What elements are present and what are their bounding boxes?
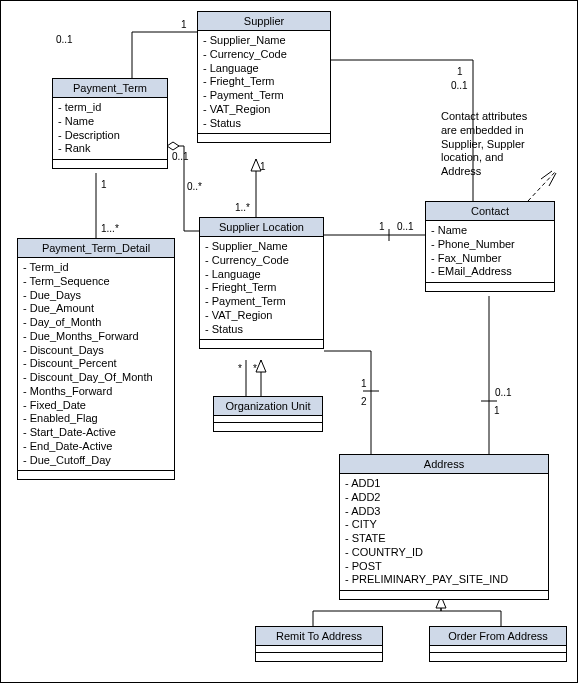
mult: 1 <box>457 66 463 77</box>
attr: - End_Date-Active <box>23 440 169 454</box>
attr: - Start_Date-Active <box>23 426 169 440</box>
mult: 1 <box>379 221 385 232</box>
attr: - Day_of_Month <box>23 316 169 330</box>
class-remit-to: Remit To Address <box>255 626 383 662</box>
class-attrs: - Supplier_Name - Currency_Code - Langua… <box>198 31 330 134</box>
attr: - Supplier_Name <box>203 34 325 48</box>
mult: 2 <box>361 396 367 407</box>
class-title: Address <box>340 455 548 474</box>
attr: - COUNTRY_ID <box>345 546 543 560</box>
attr: - ADD2 <box>345 491 543 505</box>
attr: - Rank <box>58 142 162 156</box>
attr: - PRELIMINARY_PAY_SITE_IND <box>345 573 543 587</box>
class-ops <box>53 160 167 168</box>
class-title: Payment_Term_Detail <box>18 239 174 258</box>
attr: - Status <box>205 323 318 337</box>
attr: - Payment_Term <box>205 295 318 309</box>
attr: - EMail_Address <box>431 265 549 279</box>
attr: - ADD1 <box>345 477 543 491</box>
mult: 1...* <box>101 223 119 234</box>
mult: 1 <box>361 378 367 389</box>
attr: - VAT_Region <box>203 103 325 117</box>
class-contact: Contact - Name - Phone_Number - Fax_Numb… <box>425 201 555 292</box>
class-ops <box>214 423 322 431</box>
class-payment-term: Payment_Term - term_id - Name - Descript… <box>52 78 168 169</box>
attr: - VAT_Region <box>205 309 318 323</box>
class-supplier-location: Supplier Location - Supplier_Name - Curr… <box>199 217 324 349</box>
class-title: Organization Unit <box>214 397 322 416</box>
mult: 0..1 <box>56 34 73 45</box>
class-ops <box>256 653 382 661</box>
attr: - Due_Cutoff_Day <box>23 454 169 468</box>
class-ops <box>198 134 330 142</box>
mult: 1 <box>260 161 266 172</box>
class-attrs: - term_id - Name - Description - Rank <box>53 98 167 160</box>
class-order-from: Order From Address <box>429 626 567 662</box>
attr: - Months_Forward <box>23 385 169 399</box>
mult: 0..1 <box>495 387 512 398</box>
attr: - Language <box>205 268 318 282</box>
class-attrs <box>214 416 322 423</box>
class-ops <box>18 471 174 479</box>
class-title: Remit To Address <box>256 627 382 646</box>
class-payment-term-detail: Payment_Term_Detail - Term_id - Term_Seq… <box>17 238 175 480</box>
class-attrs <box>256 646 382 653</box>
attr: - Discount_Day_Of_Month <box>23 371 169 385</box>
class-supplier: Supplier - Supplier_Name - Currency_Code… <box>197 11 331 143</box>
class-title: Supplier <box>198 12 330 31</box>
attr: - Due_Months_Forward <box>23 330 169 344</box>
attr: - Term_id <box>23 261 169 275</box>
attr: - Phone_Number <box>431 238 549 252</box>
class-attrs: - Name - Phone_Number - Fax_Number - EMa… <box>426 221 554 283</box>
note-contact-embedded: Contact attributes are embedded in Suppl… <box>441 110 571 179</box>
attr: - Fixed_Date <box>23 399 169 413</box>
uml-canvas: Supplier - Supplier_Name - Currency_Code… <box>0 0 578 683</box>
mult: 0..1 <box>397 221 414 232</box>
mult: 0..1 <box>172 151 189 162</box>
attr: - POST <box>345 560 543 574</box>
class-ops <box>200 340 323 348</box>
attr: - Enabled_Flag <box>23 412 169 426</box>
mult: 1 <box>101 179 107 190</box>
class-attrs: - Term_id - Term_Sequence - Due_Days - D… <box>18 258 174 471</box>
class-title: Payment_Term <box>53 79 167 98</box>
class-attrs <box>430 646 566 653</box>
attr: - Payment_Term <box>203 89 325 103</box>
class-address: Address - ADD1 - ADD2 - ADD3 - CITY - ST… <box>339 454 549 600</box>
attr: - Due_Amount <box>23 302 169 316</box>
attr: - Language <box>203 62 325 76</box>
attr: - Supplier_Name <box>205 240 318 254</box>
class-ops <box>430 653 566 661</box>
class-attrs: - ADD1 - ADD2 - ADD3 - CITY - STATE - CO… <box>340 474 548 591</box>
attr: - STATE <box>345 532 543 546</box>
mult: 1 <box>494 405 500 416</box>
class-attrs: - Supplier_Name - Currency_Code - Langua… <box>200 237 323 340</box>
class-org-unit: Organization Unit <box>213 396 323 432</box>
class-title: Order From Address <box>430 627 566 646</box>
mult: 0..* <box>187 181 202 192</box>
class-ops <box>426 283 554 291</box>
class-title: Contact <box>426 202 554 221</box>
attr: - Fax_Number <box>431 252 549 266</box>
mult: 1 <box>181 19 187 30</box>
mult: * <box>253 363 257 374</box>
attr: - Status <box>203 117 325 131</box>
attr: - ADD3 <box>345 505 543 519</box>
attr: - Description <box>58 129 162 143</box>
attr: - Due_Days <box>23 289 169 303</box>
attr: - Discount_Days <box>23 344 169 358</box>
class-ops <box>340 591 548 599</box>
attr: - term_id <box>58 101 162 115</box>
mult: 1..* <box>235 202 250 213</box>
class-title: Supplier Location <box>200 218 323 237</box>
attr: - Name <box>58 115 162 129</box>
attr: - Frieght_Term <box>205 281 318 295</box>
attr: - Frieght_Term <box>203 75 325 89</box>
attr: - Currency_Code <box>205 254 318 268</box>
attr: - CITY <box>345 518 543 532</box>
attr: - Name <box>431 224 549 238</box>
mult: * <box>238 363 242 374</box>
mult: 0..1 <box>451 80 468 91</box>
attr: - Currency_Code <box>203 48 325 62</box>
attr: - Term_Sequence <box>23 275 169 289</box>
